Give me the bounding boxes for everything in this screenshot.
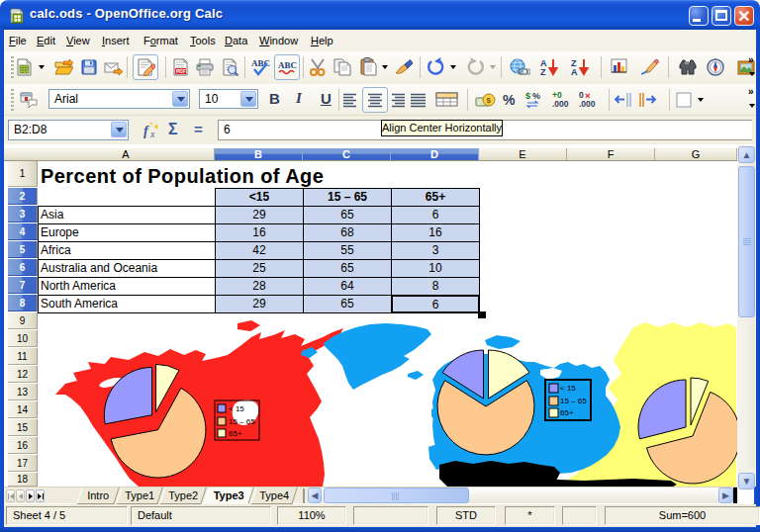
svg-text:15 – 65: 15 – 65 <box>229 417 255 426</box>
svg-text:f: f <box>143 124 149 138</box>
svg-text:< 15: < 15 <box>560 384 576 393</box>
svg-text:ABC: ABC <box>278 60 297 70</box>
svg-text:15 – 65: 15 – 65 <box>560 397 587 405</box>
svg-text:65+: 65+ <box>560 408 574 417</box>
svg-text:Z: Z <box>540 67 546 77</box>
svg-text:$: $ <box>525 91 530 101</box>
svg-text:.000: .000 <box>552 99 569 109</box>
svg-text:ABC: ABC <box>251 58 270 68</box>
svg-text:x: x <box>149 129 155 139</box>
svg-text:A: A <box>571 67 578 77</box>
svg-text:65+: 65+ <box>229 429 242 438</box>
svg-text:PDF: PDF <box>176 68 186 74</box>
svg-text:.000: .000 <box>579 99 596 109</box>
svg-text:< 15: < 15 <box>229 404 244 413</box>
svg-text:$: $ <box>487 96 492 105</box>
svg-text:%: % <box>532 91 540 101</box>
